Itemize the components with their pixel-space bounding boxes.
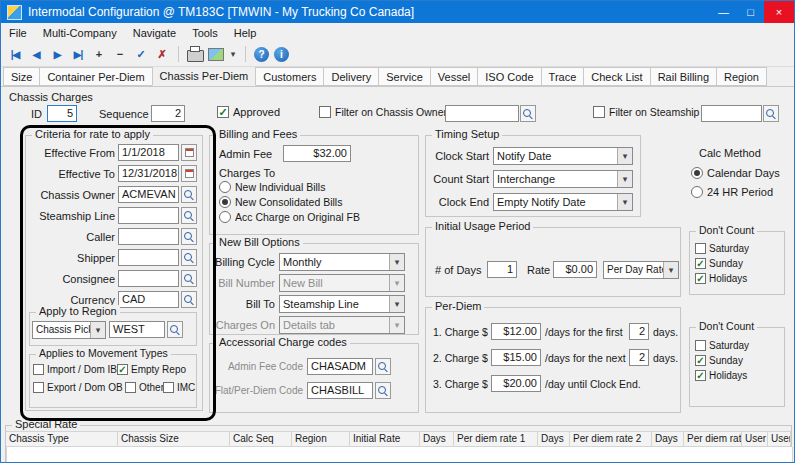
title-bar[interactable]: Intermodal Configuration @ TM183C [TMWIN… [1, 1, 794, 23]
per-diem-holidays-checkbox[interactable]: Holidays [695, 370, 747, 381]
menu-item-tools[interactable]: Tools [184, 23, 226, 42]
acc-charge-original-fb-radio[interactable]: Acc Charge on Original FB [219, 211, 360, 223]
tab-customers[interactable]: Customers [255, 67, 324, 86]
menu-item-multi-company[interactable]: Multi-Company [35, 23, 125, 42]
caller-lookup-button[interactable] [181, 228, 197, 245]
tab-trace[interactable]: Trace [541, 67, 585, 86]
effective-to-calendar-button[interactable] [181, 165, 197, 182]
menu-item-help[interactable]: Help [226, 23, 265, 42]
calendar-days-radio[interactable]: Calendar Days [691, 167, 780, 179]
effective-from-calendar-button[interactable] [181, 144, 197, 161]
clock-end-select[interactable]: Empty Notify Date [493, 193, 633, 211]
per-diem-sunday-checkbox[interactable]: Sunday [695, 355, 743, 366]
tab-iso-code[interactable]: ISO Code [477, 67, 541, 86]
previous-record-button[interactable]: ◀ [26, 44, 46, 64]
column-header[interactable]: Per diem rate 1 [454, 431, 538, 447]
other-checkbox[interactable]: Other [125, 382, 164, 393]
column-header[interactable]: Calc Seq [230, 431, 292, 447]
num-days-field[interactable]: 1 [487, 261, 517, 278]
chassis-owner-field[interactable]: ACMEVAN [118, 186, 179, 203]
count-start-select[interactable]: Interchange [493, 170, 633, 188]
filter-steamship-field[interactable] [701, 105, 762, 122]
table-empty-row[interactable] [6, 447, 793, 463]
menu-item-file[interactable]: File [1, 23, 35, 42]
effective-from-field[interactable]: 1/1/2018 [118, 144, 179, 161]
column-header[interactable]: Days [652, 431, 684, 447]
column-header[interactable]: Chassis Type [6, 431, 118, 447]
admin-fee-code-field[interactable]: CHASADM [307, 358, 373, 375]
tab-service[interactable]: Service [378, 67, 431, 86]
clock-start-select[interactable]: Notify Date [493, 147, 633, 165]
per-diem-1-days-field[interactable]: 2 [629, 323, 649, 340]
column-header[interactable]: Initial Rate [350, 431, 420, 447]
flat-per-diem-code-field[interactable]: CHASBILL [307, 382, 373, 399]
admin-fee-field[interactable]: $32.00 [283, 145, 351, 162]
column-header[interactable]: User 1 [742, 431, 768, 447]
minimize-button[interactable]: — [710, 1, 737, 23]
initial-holidays-checkbox[interactable]: Holidays [695, 273, 747, 284]
filter-steamship-checkbox[interactable]: Filter on Steamship [593, 106, 699, 118]
per-diem-1-amount-field[interactable]: $12.00 [491, 323, 541, 340]
steamship-line-lookup-button[interactable] [181, 207, 197, 224]
column-header[interactable]: Chassis Size [118, 431, 230, 447]
add-record-button[interactable]: + [89, 44, 109, 64]
per-diem-3-amount-field[interactable]: $20.00 [491, 375, 541, 392]
help-button[interactable]: ? [254, 47, 269, 62]
chassis-owner-lookup-button[interactable] [181, 186, 197, 203]
shipper-field[interactable] [118, 249, 179, 266]
image-button[interactable] [206, 44, 226, 64]
tab-check-list[interactable]: Check List [583, 67, 650, 86]
column-header[interactable]: Per diem rate 3 [684, 431, 742, 447]
tab-vessel[interactable]: Vessel [430, 67, 478, 86]
column-header[interactable]: Days [538, 431, 570, 447]
tab-region[interactable]: Region [716, 67, 767, 86]
bill-to-select[interactable]: Steamship Line [279, 295, 405, 313]
steamship-line-field[interactable] [118, 207, 179, 224]
currency-lookup-button[interactable] [181, 291, 197, 308]
new-consolidated-bills-radio[interactable]: New Consolidated Bills [219, 196, 342, 208]
filter-steamship-lookup-button[interactable] [763, 105, 779, 122]
print-button[interactable] [185, 44, 205, 64]
shipper-lookup-button[interactable] [181, 249, 197, 266]
column-header[interactable]: Per diem rate 2 [570, 431, 652, 447]
id-field[interactable]: 5 [47, 105, 77, 122]
24-hr-period-radio[interactable]: 24 HR Period [691, 186, 773, 198]
region-lookup-button[interactable] [167, 321, 183, 338]
rate-type-select[interactable]: Per Day Rate [603, 261, 679, 279]
maximize-button[interactable]: □ [737, 1, 764, 23]
approved-checkbox[interactable]: Approved [217, 106, 280, 118]
tab-delivery[interactable]: Delivery [323, 67, 379, 86]
per-diem-saturday-checkbox[interactable]: Saturday [695, 340, 749, 351]
tab-size[interactable]: Size [3, 67, 40, 86]
save-button[interactable]: ✓ [131, 44, 151, 64]
layout-dropdown-button[interactable]: ▾ [227, 44, 239, 64]
region-type-select[interactable]: Chassis Pick [32, 321, 106, 339]
currency-field[interactable]: CAD [118, 291, 179, 308]
sequence-field[interactable]: 2 [151, 105, 185, 122]
info-button[interactable]: i [274, 47, 289, 62]
region-field[interactable]: WEST [109, 321, 165, 338]
rate-field[interactable]: $0.00 [553, 261, 597, 278]
column-header[interactable]: Region [292, 431, 350, 447]
last-record-button[interactable]: ▶| [68, 44, 88, 64]
flat-per-diem-code-lookup-button[interactable] [375, 382, 391, 399]
close-button[interactable]: × [764, 1, 794, 23]
billing-cycle-select[interactable]: Monthly [279, 253, 405, 271]
initial-saturday-checkbox[interactable]: Saturday [695, 243, 749, 254]
effective-to-field[interactable]: 12/31/2018 [118, 165, 179, 182]
new-individual-bills-radio[interactable]: New Individual Bills [219, 181, 325, 193]
tab-container-per-diem[interactable]: Container Per-Diem [39, 67, 152, 86]
imc-checkbox[interactable]: IMC [163, 382, 195, 393]
filter-chassis-owner-field[interactable] [445, 105, 519, 122]
per-diem-2-amount-field[interactable]: $15.00 [491, 349, 541, 366]
menu-item-navigate[interactable]: Navigate [125, 23, 184, 42]
export-dom-ob-checkbox[interactable]: Export / Dom OB [33, 382, 123, 393]
delete-record-button[interactable]: − [110, 44, 130, 64]
column-header[interactable]: User 2 [768, 431, 791, 447]
caller-field[interactable] [118, 228, 179, 245]
tab-chassis-per-diem[interactable]: Chassis Per-Diem [152, 66, 257, 86]
filter-chassis-owner-checkbox[interactable]: Filter on Chassis Owner [319, 106, 447, 118]
per-diem-2-days-field[interactable]: 2 [629, 349, 649, 366]
consignee-lookup-button[interactable] [181, 270, 197, 287]
empty-repo-checkbox[interactable]: Empty Repo [117, 364, 186, 375]
